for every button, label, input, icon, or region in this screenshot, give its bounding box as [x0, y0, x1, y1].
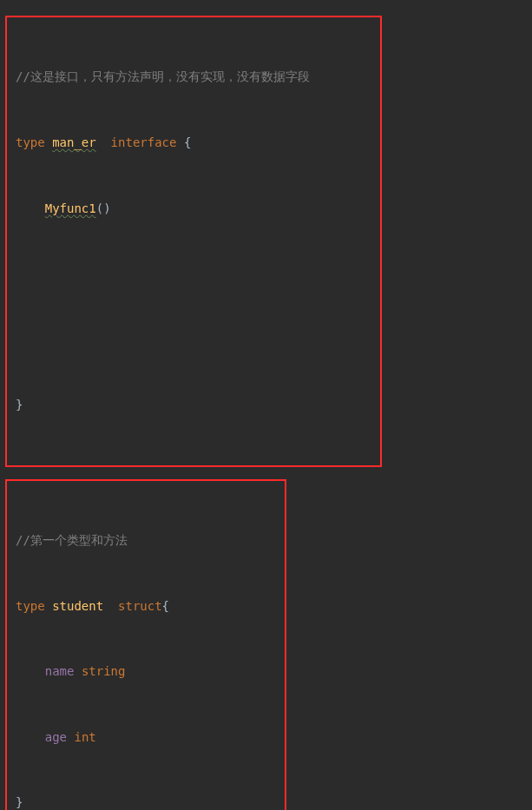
- comment: //第一个类型和方法: [16, 533, 128, 547]
- keyword-type: type: [16, 599, 45, 613]
- keyword-struct: struct: [118, 599, 162, 613]
- indent: [16, 730, 45, 744]
- keyword-type: type: [16, 135, 45, 149]
- field-name: name: [45, 664, 75, 678]
- code-line: age int: [16, 727, 276, 748]
- field-type: int: [74, 730, 95, 744]
- code-line: }: [16, 394, 371, 416]
- code-line: }: [16, 792, 276, 810]
- code-line: //第一个类型和方法: [16, 530, 276, 551]
- keyword-interface: interface: [111, 135, 177, 149]
- brace-close: }: [16, 398, 23, 412]
- code-line: [16, 329, 371, 351]
- type-name: man_er: [52, 135, 96, 149]
- code-line: type student struct{: [16, 596, 276, 617]
- method-name: Myfunc1: [45, 201, 96, 215]
- code-line: type man_er interface {: [16, 132, 371, 154]
- parens: (): [96, 201, 111, 215]
- type-name: student: [52, 599, 103, 613]
- code-line: name string: [16, 661, 276, 682]
- comment: //这是接口，只有方法声明，没有实现，没有数据字段: [16, 69, 310, 83]
- code-line: Myfunc1(): [16, 198, 371, 220]
- code-line: [16, 263, 371, 285]
- field-name: age: [45, 730, 67, 744]
- brace-close: }: [16, 795, 23, 809]
- code-block-student: //第一个类型和方法 type student struct{ name str…: [5, 479, 286, 810]
- code-editor[interactable]: //这是接口，只有方法声明，没有实现，没有数据字段 type man_er in…: [0, 0, 532, 810]
- indent: [16, 664, 45, 678]
- brace-open: {: [176, 135, 191, 149]
- indent: [16, 201, 45, 215]
- code-line: //这是接口，只有方法声明，没有实现，没有数据字段: [16, 66, 371, 88]
- code-block-interface: //这是接口，只有方法声明，没有实现，没有数据字段 type man_er in…: [5, 16, 382, 467]
- brace-open: {: [162, 599, 169, 613]
- field-type: string: [82, 664, 126, 678]
